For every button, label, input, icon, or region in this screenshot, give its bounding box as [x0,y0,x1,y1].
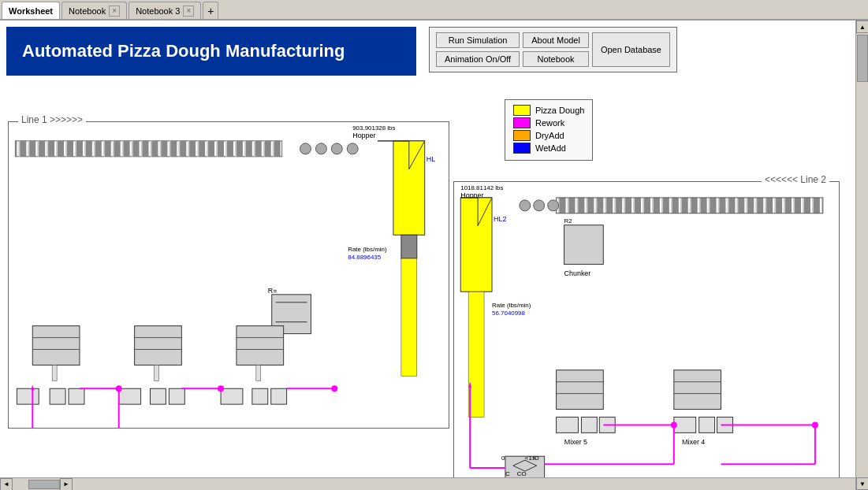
button-panel: Run Simulation About Model Open Database… [429,27,677,72]
svg-rect-94 [674,417,696,432]
svg-rect-69 [557,198,823,213]
svg-text:Rate (lbs/min): Rate (lbs/min) [492,302,531,309]
legend-pizza-dough: Pizza Dough [513,105,584,116]
legend-wetadd-label: WetAdd [535,143,566,153]
svg-rect-40 [252,388,268,404]
notebook-button[interactable]: Notebook [523,51,589,67]
scroll-up-button[interactable]: ▲ [856,20,868,33]
svg-rect-29 [135,326,182,366]
tab-worksheet-label: Worksheet [9,6,53,16]
legend-rework-label: Rework [535,118,564,128]
svg-text:C: C [505,470,510,477]
svg-point-72 [548,200,559,211]
svg-point-71 [534,200,545,211]
svg-rect-0 [15,141,281,157]
run-simulation-button[interactable]: Run Simulation [436,32,520,48]
svg-rect-68 [557,198,823,213]
about-model-button[interactable]: About Model [523,32,589,48]
scrollbar-vertical: ▲ ▼ [855,20,868,490]
scroll-thumb-horizontal[interactable] [28,480,60,489]
svg-marker-11 [378,141,425,169]
svg-point-48 [331,385,337,392]
tab-worksheet[interactable]: Worksheet [2,2,60,19]
svg-rect-49 [52,365,57,380]
svg-rect-50 [154,365,158,380]
tab-notebook3-close[interactable]: × [183,6,194,17]
svg-text:CO: CO [517,470,527,477]
line1-diagram: Hopper 903.901328 lbs HL Rate (lbs/min) … [9,122,449,428]
svg-text:Rate (lbs/min): Rate (lbs/min) [348,246,387,253]
svg-text:84.8896435: 84.8896435 [348,254,382,261]
tab-notebook3-label: Notebook 3 [136,6,180,16]
scroll-thumb-vertical[interactable] [857,35,868,82]
scroll-up-icon: ▲ [859,24,866,31]
svg-marker-117 [468,382,471,388]
tab-add-button[interactable]: + [203,2,218,19]
svg-rect-91 [674,370,721,410]
svg-rect-33 [151,388,166,404]
svg-rect-18 [272,295,311,334]
tab-notebook[interactable]: Notebook × [61,2,127,19]
svg-rect-39 [221,388,243,404]
tab-bar: Worksheet Notebook × Notebook 3 × + [0,0,868,20]
svg-text:Mixer 5: Mixer 5 [564,438,587,446]
svg-text:56.7040998: 56.7040998 [492,310,526,317]
svg-point-100 [671,421,677,428]
svg-point-6 [331,143,342,154]
svg-rect-82 [564,225,604,265]
legend-pizza-dough-label: Pizza Dough [535,106,584,115]
svg-rect-25 [17,388,39,404]
scroll-down-icon: ▼ [859,481,866,488]
svg-text:HL: HL [427,155,435,163]
legend-rework: Rework [513,117,584,128]
svg-text:HL2: HL2 [494,215,506,223]
svg-rect-10 [393,141,425,235]
legend-dryadd-label: DryAdd [535,131,564,140]
svg-rect-32 [119,388,141,404]
svg-rect-102 [505,456,545,478]
legend-rework-color [513,117,531,128]
svg-rect-21 [401,258,417,376]
app-title: Automated Pizza Dough Manufacturing [6,27,416,76]
legend-wetadd-color [513,143,531,154]
legend-dryadd-color [513,130,531,141]
svg-point-101 [812,421,818,428]
svg-point-70 [520,200,531,211]
svg-point-5 [315,143,326,154]
legend-wetadd: WetAdd [513,143,584,154]
svg-marker-76 [460,198,492,226]
svg-text:Chunker: Chunker [564,269,591,277]
scroll-left-button[interactable]: ◄ [0,478,13,491]
svg-text:903.901328 lbs: 903.901328 lbs [352,124,395,132]
legend-pizza-dough-color [513,105,531,116]
svg-rect-96 [717,417,733,432]
svg-rect-22 [32,326,80,366]
tab-notebook-close[interactable]: × [109,6,120,17]
open-database-button[interactable]: Open Database [592,32,670,67]
svg-rect-87 [557,417,579,432]
tab-notebook3[interactable]: Notebook 3 × [129,2,201,19]
svg-text:R=: R= [268,287,278,295]
svg-text:Mixer 4: Mixer 4 [682,438,705,446]
animation-button[interactable]: Animation On/Off [436,51,520,67]
svg-rect-36 [237,326,284,366]
svg-marker-65 [31,384,34,390]
svg-text:Hopper: Hopper [460,191,483,199]
line2-label: <<<<<< Line 2 [762,174,829,185]
svg-rect-89 [599,417,615,432]
line1-container: Line 1 >>>>>> Hopper 903.901328 lbs [8,121,449,429]
svg-text:<1>: <1> [525,455,536,462]
scroll-down-button[interactable]: ▼ [856,477,868,490]
scroll-left-icon: ◄ [3,481,9,488]
svg-rect-84 [557,370,604,410]
svg-rect-3 [15,141,281,157]
svg-text:1018.81142 lbs: 1018.81142 lbs [460,184,503,191]
legend-dryadd: DryAdd [513,130,584,141]
svg-rect-88 [581,417,597,432]
line1-label: Line 1 >>>>>> [18,114,86,125]
svg-text:R2: R2 [564,217,573,225]
scrollbar-horizontal: ◄ ► [0,477,855,490]
scroll-right-button[interactable]: ► [60,478,73,491]
svg-point-46 [116,385,122,392]
line2-container: <<<<<< Line 2 Hopper 1018.81142 lbs HL2 [453,181,840,487]
